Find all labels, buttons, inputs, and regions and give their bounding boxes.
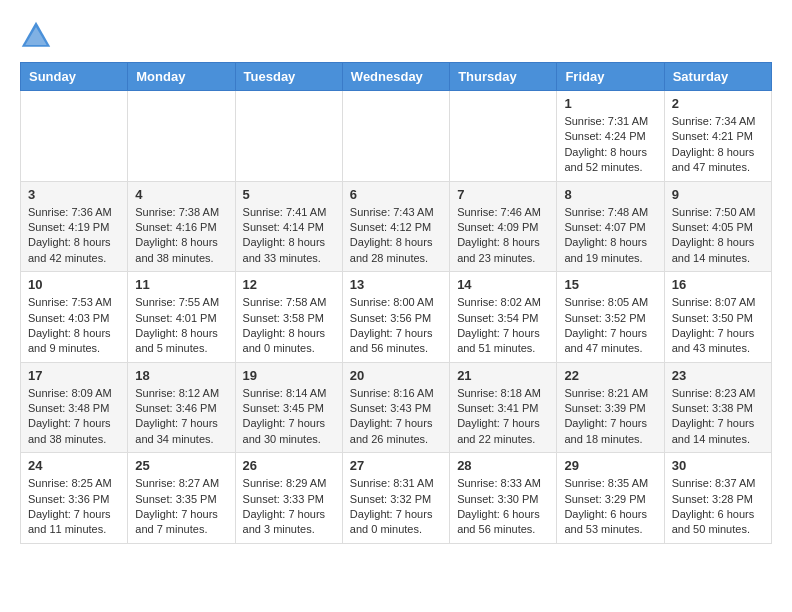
day-number: 21 (457, 368, 549, 383)
cell-content: Sunrise: 7:55 AM Sunset: 4:01 PM Dayligh… (135, 295, 227, 357)
calendar-cell: 13Sunrise: 8:00 AM Sunset: 3:56 PM Dayli… (342, 272, 449, 363)
day-number: 10 (28, 277, 120, 292)
day-number: 9 (672, 187, 764, 202)
calendar-cell (21, 91, 128, 182)
cell-content: Sunrise: 8:23 AM Sunset: 3:38 PM Dayligh… (672, 386, 764, 448)
day-number: 19 (243, 368, 335, 383)
calendar-cell: 6Sunrise: 7:43 AM Sunset: 4:12 PM Daylig… (342, 181, 449, 272)
day-header-saturday: Saturday (664, 63, 771, 91)
cell-content: Sunrise: 7:41 AM Sunset: 4:14 PM Dayligh… (243, 205, 335, 267)
cell-content: Sunrise: 7:58 AM Sunset: 3:58 PM Dayligh… (243, 295, 335, 357)
calendar-week-2: 3Sunrise: 7:36 AM Sunset: 4:19 PM Daylig… (21, 181, 772, 272)
cell-content: Sunrise: 8:05 AM Sunset: 3:52 PM Dayligh… (564, 295, 656, 357)
day-header-sunday: Sunday (21, 63, 128, 91)
cell-content: Sunrise: 7:36 AM Sunset: 4:19 PM Dayligh… (28, 205, 120, 267)
page-header (20, 20, 772, 52)
day-number: 23 (672, 368, 764, 383)
day-number: 3 (28, 187, 120, 202)
cell-content: Sunrise: 7:31 AM Sunset: 4:24 PM Dayligh… (564, 114, 656, 176)
cell-content: Sunrise: 8:21 AM Sunset: 3:39 PM Dayligh… (564, 386, 656, 448)
cell-content: Sunrise: 8:16 AM Sunset: 3:43 PM Dayligh… (350, 386, 442, 448)
cell-content: Sunrise: 8:37 AM Sunset: 3:28 PM Dayligh… (672, 476, 764, 538)
cell-content: Sunrise: 8:25 AM Sunset: 3:36 PM Dayligh… (28, 476, 120, 538)
day-number: 30 (672, 458, 764, 473)
calendar-cell: 14Sunrise: 8:02 AM Sunset: 3:54 PM Dayli… (450, 272, 557, 363)
day-number: 22 (564, 368, 656, 383)
calendar-cell: 27Sunrise: 8:31 AM Sunset: 3:32 PM Dayli… (342, 453, 449, 544)
calendar-cell (128, 91, 235, 182)
cell-content: Sunrise: 7:50 AM Sunset: 4:05 PM Dayligh… (672, 205, 764, 267)
calendar-week-5: 24Sunrise: 8:25 AM Sunset: 3:36 PM Dayli… (21, 453, 772, 544)
cell-content: Sunrise: 8:00 AM Sunset: 3:56 PM Dayligh… (350, 295, 442, 357)
calendar-cell: 17Sunrise: 8:09 AM Sunset: 3:48 PM Dayli… (21, 362, 128, 453)
calendar-cell: 30Sunrise: 8:37 AM Sunset: 3:28 PM Dayli… (664, 453, 771, 544)
day-number: 7 (457, 187, 549, 202)
calendar-body: 1Sunrise: 7:31 AM Sunset: 4:24 PM Daylig… (21, 91, 772, 544)
cell-content: Sunrise: 7:43 AM Sunset: 4:12 PM Dayligh… (350, 205, 442, 267)
cell-content: Sunrise: 8:33 AM Sunset: 3:30 PM Dayligh… (457, 476, 549, 538)
calendar-cell: 12Sunrise: 7:58 AM Sunset: 3:58 PM Dayli… (235, 272, 342, 363)
calendar-cell: 26Sunrise: 8:29 AM Sunset: 3:33 PM Dayli… (235, 453, 342, 544)
day-number: 18 (135, 368, 227, 383)
calendar-cell: 19Sunrise: 8:14 AM Sunset: 3:45 PM Dayli… (235, 362, 342, 453)
day-number: 16 (672, 277, 764, 292)
day-number: 28 (457, 458, 549, 473)
calendar-cell: 22Sunrise: 8:21 AM Sunset: 3:39 PM Dayli… (557, 362, 664, 453)
day-number: 1 (564, 96, 656, 111)
calendar-cell: 11Sunrise: 7:55 AM Sunset: 4:01 PM Dayli… (128, 272, 235, 363)
calendar-table: SundayMondayTuesdayWednesdayThursdayFrid… (20, 62, 772, 544)
day-number: 5 (243, 187, 335, 202)
calendar-week-4: 17Sunrise: 8:09 AM Sunset: 3:48 PM Dayli… (21, 362, 772, 453)
cell-content: Sunrise: 8:29 AM Sunset: 3:33 PM Dayligh… (243, 476, 335, 538)
calendar-cell: 8Sunrise: 7:48 AM Sunset: 4:07 PM Daylig… (557, 181, 664, 272)
days-header-row: SundayMondayTuesdayWednesdayThursdayFrid… (21, 63, 772, 91)
calendar-cell: 20Sunrise: 8:16 AM Sunset: 3:43 PM Dayli… (342, 362, 449, 453)
calendar-cell: 16Sunrise: 8:07 AM Sunset: 3:50 PM Dayli… (664, 272, 771, 363)
day-number: 17 (28, 368, 120, 383)
day-number: 8 (564, 187, 656, 202)
day-header-friday: Friday (557, 63, 664, 91)
day-number: 29 (564, 458, 656, 473)
cell-content: Sunrise: 7:38 AM Sunset: 4:16 PM Dayligh… (135, 205, 227, 267)
day-number: 20 (350, 368, 442, 383)
day-number: 12 (243, 277, 335, 292)
calendar-cell (235, 91, 342, 182)
cell-content: Sunrise: 8:07 AM Sunset: 3:50 PM Dayligh… (672, 295, 764, 357)
cell-content: Sunrise: 8:27 AM Sunset: 3:35 PM Dayligh… (135, 476, 227, 538)
calendar-cell: 28Sunrise: 8:33 AM Sunset: 3:30 PM Dayli… (450, 453, 557, 544)
calendar-cell: 29Sunrise: 8:35 AM Sunset: 3:29 PM Dayli… (557, 453, 664, 544)
cell-content: Sunrise: 8:31 AM Sunset: 3:32 PM Dayligh… (350, 476, 442, 538)
calendar-cell: 1Sunrise: 7:31 AM Sunset: 4:24 PM Daylig… (557, 91, 664, 182)
day-number: 25 (135, 458, 227, 473)
day-number: 15 (564, 277, 656, 292)
calendar-week-3: 10Sunrise: 7:53 AM Sunset: 4:03 PM Dayli… (21, 272, 772, 363)
cell-content: Sunrise: 7:34 AM Sunset: 4:21 PM Dayligh… (672, 114, 764, 176)
calendar-cell: 3Sunrise: 7:36 AM Sunset: 4:19 PM Daylig… (21, 181, 128, 272)
calendar-week-1: 1Sunrise: 7:31 AM Sunset: 4:24 PM Daylig… (21, 91, 772, 182)
cell-content: Sunrise: 8:35 AM Sunset: 3:29 PM Dayligh… (564, 476, 656, 538)
day-number: 24 (28, 458, 120, 473)
day-header-thursday: Thursday (450, 63, 557, 91)
calendar-header: SundayMondayTuesdayWednesdayThursdayFrid… (21, 63, 772, 91)
day-number: 14 (457, 277, 549, 292)
day-number: 11 (135, 277, 227, 292)
calendar-cell: 24Sunrise: 8:25 AM Sunset: 3:36 PM Dayli… (21, 453, 128, 544)
day-header-tuesday: Tuesday (235, 63, 342, 91)
calendar-cell: 25Sunrise: 8:27 AM Sunset: 3:35 PM Dayli… (128, 453, 235, 544)
day-number: 27 (350, 458, 442, 473)
calendar-cell: 7Sunrise: 7:46 AM Sunset: 4:09 PM Daylig… (450, 181, 557, 272)
calendar-cell (450, 91, 557, 182)
day-number: 13 (350, 277, 442, 292)
cell-content: Sunrise: 7:48 AM Sunset: 4:07 PM Dayligh… (564, 205, 656, 267)
logo-icon (20, 20, 52, 52)
day-header-monday: Monday (128, 63, 235, 91)
cell-content: Sunrise: 8:02 AM Sunset: 3:54 PM Dayligh… (457, 295, 549, 357)
calendar-cell: 5Sunrise: 7:41 AM Sunset: 4:14 PM Daylig… (235, 181, 342, 272)
calendar-cell: 23Sunrise: 8:23 AM Sunset: 3:38 PM Dayli… (664, 362, 771, 453)
cell-content: Sunrise: 7:46 AM Sunset: 4:09 PM Dayligh… (457, 205, 549, 267)
cell-content: Sunrise: 8:14 AM Sunset: 3:45 PM Dayligh… (243, 386, 335, 448)
cell-content: Sunrise: 8:12 AM Sunset: 3:46 PM Dayligh… (135, 386, 227, 448)
calendar-cell: 2Sunrise: 7:34 AM Sunset: 4:21 PM Daylig… (664, 91, 771, 182)
logo (20, 20, 56, 52)
day-header-wednesday: Wednesday (342, 63, 449, 91)
